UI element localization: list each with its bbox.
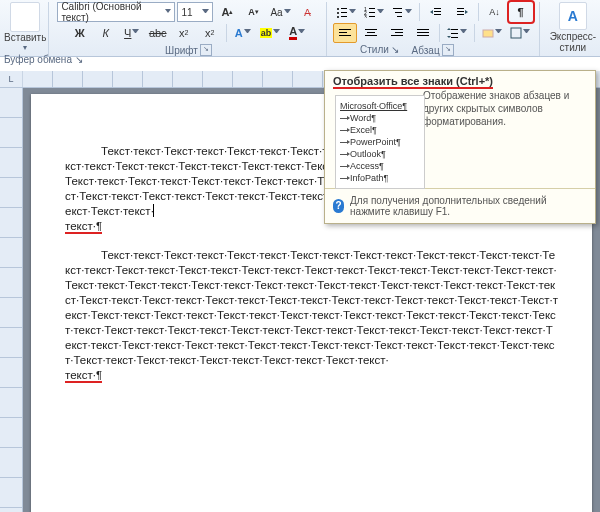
svg-rect-26: [365, 29, 377, 30]
svg-rect-30: [395, 32, 403, 33]
font-size-combo[interactable]: 11: [177, 2, 213, 22]
svg-rect-31: [391, 35, 403, 36]
tooltip-sample-item: Excel¶: [340, 124, 420, 136]
font-name-combo[interactable]: Calibri (Основной текст): [57, 2, 175, 22]
svg-marker-39: [447, 36, 451, 38]
tab-selector[interactable]: L: [0, 71, 23, 87]
svg-rect-19: [457, 8, 464, 9]
svg-rect-15: [434, 8, 441, 9]
paragraph-2[interactable]: Текст·текст·Текст·текст·Текст·текст·Текс…: [65, 248, 558, 383]
pilcrow-icon: текст·¶: [65, 369, 102, 383]
show-hide-button[interactable]: ¶: [509, 2, 533, 22]
svg-rect-32: [417, 29, 429, 30]
tooltip-sample-item: Outlook¶: [340, 148, 420, 160]
chevron-down-icon[interactable]: ▾: [23, 43, 27, 52]
svg-rect-23: [339, 29, 351, 30]
separator: [439, 24, 440, 42]
text-effects-button[interactable]: A: [231, 23, 255, 43]
increase-indent-button[interactable]: [450, 2, 474, 22]
svg-rect-13: [395, 12, 402, 13]
align-left-button[interactable]: [333, 23, 357, 43]
tooltip-sample-item: InfoPath¶: [340, 172, 420, 184]
superscript-button[interactable]: x2: [198, 23, 222, 43]
tooltip-sample: Microsoft·Office¶ Word¶Excel¶PowerPoint¶…: [335, 95, 425, 189]
paste-label[interactable]: Вставить: [4, 32, 46, 43]
styles-dialog-launcher[interactable]: ↘: [391, 44, 399, 55]
styles-group: A Экспресс-стили A Изменить стили: [540, 2, 600, 56]
word-app: Вставить ▾ Calibri (Основной текст) 11 A…: [0, 0, 600, 512]
svg-rect-20: [457, 11, 464, 12]
grow-font-button[interactable]: A▴: [215, 2, 239, 22]
bullets-button[interactable]: [333, 2, 359, 22]
strike-button[interactable]: abc: [146, 23, 170, 43]
svg-rect-3: [341, 12, 347, 13]
multilevel-button[interactable]: [389, 2, 415, 22]
italic-button[interactable]: К: [94, 23, 118, 43]
font-dialog-launcher[interactable]: ↘: [200, 44, 212, 56]
pilcrow-icon: текст·¶: [65, 220, 102, 234]
svg-rect-36: [451, 33, 458, 34]
highlight-button[interactable]: ab: [257, 23, 284, 43]
svg-point-4: [337, 16, 339, 18]
svg-rect-11: [369, 16, 375, 17]
bold-button[interactable]: Ж: [68, 23, 92, 43]
chevron-down-icon: [132, 29, 139, 36]
quick-styles-icon: A: [559, 2, 587, 30]
chevron-down-icon: [349, 9, 356, 16]
svg-rect-40: [483, 30, 493, 37]
svg-rect-12: [393, 8, 402, 9]
separator: [478, 3, 479, 21]
font-color-button[interactable]: A: [285, 23, 309, 43]
subscript-button[interactable]: x2: [172, 23, 196, 43]
chevron-down-icon: [495, 29, 502, 36]
svg-marker-38: [447, 28, 451, 30]
clipboard-group-label: Буфер обмена ↘: [4, 54, 83, 65]
tooltip-sample-item: Word¶: [340, 112, 420, 124]
tooltip-footer: ? Для получения дополнительных сведений …: [325, 189, 595, 223]
svg-rect-5: [341, 16, 347, 17]
separator: [474, 24, 475, 42]
paragraph-group: 123 A↓ ¶ Абзац: [327, 2, 540, 56]
underline-button[interactable]: Ч: [120, 23, 144, 43]
paragraph-dialog-launcher[interactable]: ↘: [442, 44, 454, 56]
font-name-value: Calibri (Основной текст): [61, 1, 164, 23]
chevron-down-icon: [273, 29, 280, 36]
clear-formatting-button[interactable]: A̶: [296, 2, 320, 22]
tooltip-title: Отобразить все знаки (Ctrl+*): [325, 71, 595, 89]
svg-rect-14: [397, 16, 402, 17]
tooltip-help-text: Для получения дополнительных сведений на…: [350, 195, 587, 217]
styles-group-caption: Стили ↘: [360, 44, 399, 55]
vertical-ruler[interactable]: [0, 88, 23, 512]
sort-button[interactable]: A↓: [483, 2, 507, 22]
quick-styles-button[interactable]: A Экспресс-стили: [546, 2, 600, 53]
decrease-indent-button[interactable]: [424, 2, 448, 22]
align-right-button[interactable]: [385, 23, 409, 43]
shrink-font-button[interactable]: A▾: [241, 2, 265, 22]
line-spacing-button[interactable]: [444, 23, 470, 43]
paste-icon[interactable]: [10, 2, 40, 32]
clipboard-dialog-launcher[interactable]: ↘: [75, 54, 83, 65]
clipboard-group: Вставить ▾: [4, 2, 49, 56]
align-center-button[interactable]: [359, 23, 383, 43]
chevron-down-icon: [284, 9, 291, 16]
justify-button[interactable]: [411, 23, 435, 43]
chevron-down-icon[interactable]: [165, 9, 172, 16]
numbering-button[interactable]: 123: [361, 2, 387, 22]
svg-rect-41: [511, 28, 521, 38]
shading-button[interactable]: [479, 23, 505, 43]
chevron-down-icon: [405, 9, 412, 16]
svg-rect-24: [339, 32, 347, 33]
font-group: Calibri (Основной текст) 11 A▴ A▾ Aa A̶ …: [51, 2, 326, 56]
svg-text:3: 3: [364, 14, 367, 18]
paragraph-group-label: Абзац ↘: [412, 44, 454, 56]
svg-rect-7: [369, 8, 375, 9]
borders-button[interactable]: [507, 23, 533, 43]
chevron-down-icon: [460, 29, 467, 36]
svg-marker-22: [465, 10, 468, 14]
svg-rect-9: [369, 12, 375, 13]
svg-rect-1: [341, 8, 347, 9]
svg-rect-27: [367, 32, 375, 33]
chevron-down-icon[interactable]: [202, 9, 209, 16]
svg-point-0: [337, 8, 339, 10]
change-case-button[interactable]: Aa: [267, 2, 293, 22]
